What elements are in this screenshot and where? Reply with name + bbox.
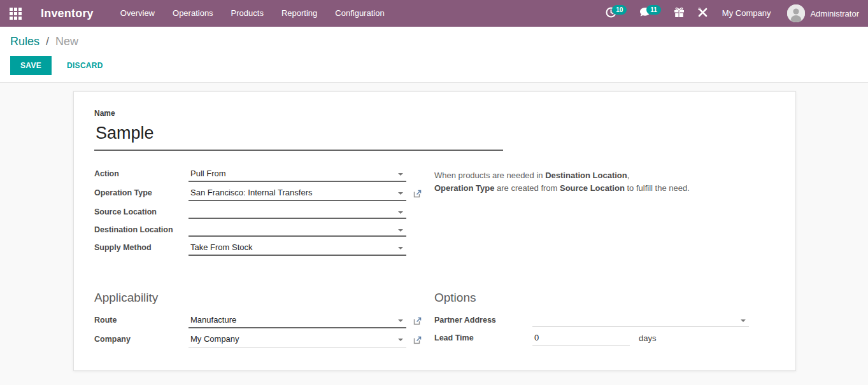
lead-time-unit: days [639, 332, 656, 343]
partner-address-value [532, 314, 749, 327]
lead-time-label: Lead Time [434, 332, 532, 342]
applicability-title: Applicability [94, 291, 422, 305]
action-select[interactable]: Pull From [189, 167, 406, 182]
discard-button[interactable]: DISCARD [60, 57, 110, 74]
activities-count-badge: 10 [612, 5, 627, 15]
partner-address-field-row: Partner Address [434, 314, 775, 327]
applicability-section: Applicability Route Manufacture Company … [94, 291, 422, 352]
chevron-down-icon [398, 247, 403, 249]
partner-address-label: Partner Address [434, 314, 532, 325]
menu-item-reporting[interactable]: Reporting [273, 0, 326, 27]
apps-grid-icon [10, 8, 22, 20]
source-location-value [189, 206, 406, 219]
breadcrumb-separator: / [46, 35, 49, 48]
operation-type-external-link-icon[interactable] [413, 189, 422, 200]
breadcrumb: Rules / New [10, 35, 858, 48]
company-external-link-icon[interactable] [413, 335, 422, 347]
messages-button[interactable]: 11 [633, 0, 667, 27]
partner-address-select[interactable] [532, 314, 749, 327]
menu-item-operations[interactable]: Operations [164, 0, 222, 27]
destination-location-value [189, 223, 406, 237]
supply-method-field-row: Supply Method Take From Stock [94, 241, 422, 256]
user-avatar [787, 4, 805, 22]
messages-count-badge: 11 [646, 5, 661, 15]
source-location-select[interactable] [189, 206, 406, 219]
app-title[interactable]: Inventory [41, 7, 94, 20]
user-menu[interactable]: Administrator [781, 4, 868, 22]
gift-icon [674, 7, 685, 20]
rule-fields-column: Action Pull From Operation Type San Fran… [94, 167, 422, 260]
supply-method-select[interactable]: Take From Stock [189, 241, 406, 256]
operation-type-value: San Francisco: Internal Transfers [189, 186, 406, 201]
route-external-link-icon[interactable] [413, 316, 422, 328]
destination-location-label: Destination Location [94, 223, 189, 234]
save-button[interactable]: SAVE [10, 56, 52, 75]
company-field-row: Company My Company [94, 333, 422, 347]
route-label: Route [94, 314, 189, 325]
menu-item-overview[interactable]: Overview [111, 0, 164, 27]
control-panel-buttons: SAVE DISCARD [10, 56, 858, 75]
action-label: Action [94, 167, 189, 178]
name-field-label: Name [94, 109, 775, 118]
operation-type-field-row: Operation Type San Francisco: Internal T… [94, 186, 422, 201]
apps-menu-button[interactable] [0, 0, 31, 27]
rule-explanation-text: When products are needed in Destination … [434, 169, 775, 195]
company-label: Company [94, 333, 189, 344]
operation-type-label: Operation Type [94, 186, 189, 197]
chevron-down-icon [398, 211, 403, 214]
name-field-input[interactable]: Sample [94, 122, 503, 151]
lead-time-value: 0 [532, 332, 630, 346]
company-value: My Company [189, 333, 406, 347]
supply-method-label: Supply Method [94, 241, 189, 252]
options-section: Options Partner Address Lead Time 0 days [434, 291, 775, 352]
lead-time-field-row: Lead Time 0 days [434, 332, 775, 346]
main-menu: Overview Operations Products Reporting C… [111, 0, 394, 27]
action-field-row: Action Pull From [94, 167, 422, 182]
user-name: Administrator [810, 9, 859, 18]
supply-method-value: Take From Stock [189, 241, 406, 256]
action-value: Pull From [189, 167, 406, 182]
breadcrumb-current: New [55, 35, 78, 48]
chevron-down-icon [741, 319, 746, 322]
activities-button[interactable]: 10 [599, 0, 633, 27]
route-select[interactable]: Manufacture [189, 314, 406, 328]
company-switcher[interactable]: My Company [715, 0, 781, 27]
developer-tools-button[interactable] [691, 0, 715, 27]
form-sheet: Name Sample Action Pull From Operation T… [73, 91, 796, 371]
company-select[interactable]: My Company [189, 333, 406, 347]
top-navbar: Inventory Overview Operations Products R… [0, 0, 868, 27]
gift-button[interactable] [667, 0, 691, 27]
content-area: Name Sample Action Pull From Operation T… [0, 83, 868, 385]
rule-help-column: When products are needed in Destination … [434, 167, 775, 260]
menu-item-configuration[interactable]: Configuration [326, 0, 393, 27]
control-panel: Rules / New SAVE DISCARD [0, 27, 868, 83]
source-location-field-row: Source Location [94, 206, 422, 219]
destination-location-field-row: Destination Location [94, 223, 422, 237]
chevron-down-icon [398, 339, 403, 341]
lead-time-input[interactable]: 0 [532, 332, 630, 346]
chevron-down-icon [398, 319, 403, 322]
chevron-down-icon [398, 229, 403, 232]
route-value: Manufacture [189, 314, 406, 328]
operation-type-select[interactable]: San Francisco: Internal Transfers [189, 186, 406, 201]
chevron-down-icon [398, 173, 403, 176]
breadcrumb-rules-link[interactable]: Rules [10, 35, 39, 48]
chevron-down-icon [398, 192, 403, 195]
navbar-systray: 10 11 My Company Administrator [599, 0, 868, 27]
source-location-label: Source Location [94, 206, 189, 216]
route-field-row: Route Manufacture [94, 314, 422, 328]
destination-location-select[interactable] [189, 223, 406, 237]
tools-icon [697, 7, 708, 20]
menu-item-products[interactable]: Products [222, 0, 273, 27]
options-title: Options [434, 291, 775, 305]
